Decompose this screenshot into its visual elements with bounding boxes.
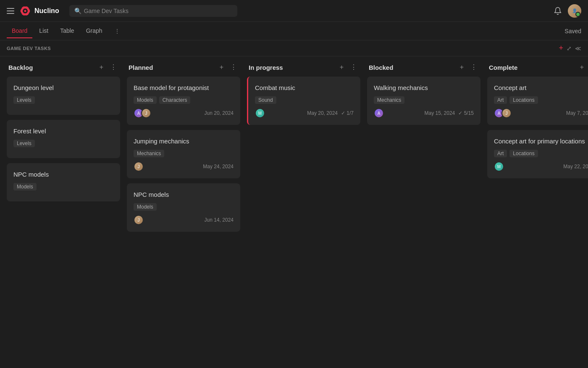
card-backlog-0[interactable]: Dungeon level Levels: [7, 77, 120, 115]
card-meta: A J May 7, 2024: [494, 108, 588, 118]
card-backlog-2[interactable]: NPC models Models: [7, 163, 120, 201]
column-title-planned: Planned: [129, 64, 218, 71]
column-header-backlog: Backlog + ⋮: [7, 63, 120, 71]
card-meta: A J Jun 20, 2024: [134, 108, 234, 118]
search-icon: 🔍: [74, 8, 81, 14]
card-avatars: A J: [134, 108, 151, 118]
card-title: Combat music: [255, 83, 354, 92]
card-tag: Models: [134, 203, 157, 211]
column-backlog: Backlog + ⋮ Dungeon level Levels Forest …: [7, 63, 120, 360]
card-planned-0[interactable]: Base model for protagonist ModelsCharact…: [127, 77, 240, 125]
card-avatar: J: [134, 161, 144, 172]
saved-indicator: Saved: [564, 28, 581, 34]
card-complete-0[interactable]: Concept art ArtLocations A J May 7, 2024: [487, 77, 588, 125]
card-checklist: ✓ 5/15: [458, 110, 474, 116]
expand-button[interactable]: ⤢: [567, 45, 572, 52]
card-title: Concept art: [494, 83, 588, 92]
card-avatar: J: [501, 108, 512, 118]
add-workspace-button[interactable]: +: [559, 44, 563, 53]
column-more-button-planned[interactable]: ⋮: [228, 63, 239, 71]
card-tag: Levels: [13, 96, 35, 104]
column-actions-complete: + ⋮: [578, 63, 588, 71]
column-header-blocked: Blocked + ⋮: [367, 63, 480, 71]
column-add-button-planned[interactable]: +: [218, 63, 225, 71]
card-tag: Mechanics: [374, 96, 404, 104]
column-more-button-in-progress[interactable]: ⋮: [349, 63, 359, 71]
card-tags: Levels: [13, 140, 113, 147]
card-backlog-1[interactable]: Forest level Levels: [7, 120, 120, 158]
search-bar[interactable]: 🔍 Game Dev Tasks: [69, 5, 237, 17]
card-meta: A May 15, 2024 ✓ 5/15: [374, 108, 474, 118]
column-title-complete: Complete: [489, 64, 578, 71]
card-meta: J May 24, 2024: [134, 161, 234, 172]
column-add-button-in-progress[interactable]: +: [338, 63, 345, 71]
card-tag: Mechanics: [134, 150, 164, 157]
card-title: Concept art for primary locations: [494, 137, 588, 146]
workspace-actions: + ⤢ ≪: [559, 44, 581, 53]
column-add-button-blocked[interactable]: +: [458, 63, 465, 71]
board-container: Backlog + ⋮ Dungeon level Levels Forest …: [0, 56, 588, 367]
card-title: Forest level: [13, 127, 113, 135]
tab-board[interactable]: Board: [7, 24, 32, 38]
workspace-title: GAME DEV TASKS: [7, 46, 51, 51]
column-header-in-progress: In progress + ⋮: [247, 63, 360, 71]
card-tag: Art: [494, 150, 507, 157]
column-planned: Planned + ⋮ Base model for protagonist M…: [127, 63, 240, 360]
card-planned-2[interactable]: NPC models Models J Jun 14, 2024: [127, 183, 240, 232]
card-title: Base model for protagonist: [134, 83, 234, 92]
column-actions-backlog: + ⋮: [98, 63, 118, 71]
svg-point-3: [24, 10, 26, 12]
search-placeholder: Game Dev Tasks: [84, 8, 129, 14]
tab-table[interactable]: Table: [55, 24, 79, 38]
card-tag: Locations: [509, 96, 538, 104]
column-more-button-backlog[interactable]: ⋮: [108, 63, 118, 71]
top-nav: Nuclino 🔍 Game Dev Tasks 👤: [0, 0, 588, 22]
card-tag: Levels: [13, 140, 35, 147]
column-title-in-progress: In progress: [249, 64, 338, 71]
card-blocked-0[interactable]: Walking mechanics Mechanics A May 15, 20…: [367, 77, 480, 125]
column-header-planned: Planned + ⋮: [127, 63, 240, 71]
card-date: May 24, 2024: [203, 164, 234, 169]
nav-right: 👤: [553, 4, 581, 18]
card-avatars: A J: [494, 108, 512, 118]
card-title: NPC models: [13, 170, 113, 179]
column-add-button-backlog[interactable]: +: [98, 63, 105, 71]
column-more-button-blocked[interactable]: ⋮: [469, 63, 479, 71]
logo-icon: [19, 5, 31, 17]
tabs-more-button[interactable]: ⋮: [111, 24, 123, 38]
logo[interactable]: Nuclino: [19, 5, 59, 17]
column-actions-blocked: + ⋮: [458, 63, 479, 71]
column-header-complete: Complete + ⋮: [487, 63, 588, 71]
card-date: May 22, 2024: [563, 164, 588, 169]
card-tags: Mechanics: [374, 96, 474, 104]
card-meta: M May 22, 2024: [494, 161, 588, 172]
card-planned-1[interactable]: Jumping mechanics Mechanics J May 24, 20…: [127, 130, 240, 178]
card-meta: M May 20, 2024 ✓ 1/7: [255, 108, 354, 118]
card-tag: Characters: [159, 96, 191, 104]
collapse-button[interactable]: ≪: [575, 45, 581, 52]
tab-graph[interactable]: Graph: [81, 24, 108, 38]
column-actions-planned: + ⋮: [218, 63, 239, 71]
menu-button[interactable]: [7, 8, 14, 14]
card-date: May 15, 2024: [425, 110, 455, 116]
card-avatars: J: [134, 215, 144, 225]
card-avatars: M: [255, 108, 265, 118]
column-actions-in-progress: + ⋮: [338, 63, 359, 71]
card-tag: Sound: [255, 96, 276, 104]
card-in-progress-0[interactable]: Combat music Sound M May 20, 2024 ✓ 1/7: [247, 77, 360, 125]
user-avatar[interactable]: 👤: [568, 4, 581, 18]
card-tags: ArtLocations: [494, 96, 588, 104]
notifications-bell[interactable]: [553, 6, 563, 16]
card-tags: Levels: [13, 96, 113, 104]
card-tags: ArtLocations: [494, 150, 588, 157]
card-avatar: M: [494, 161, 504, 172]
card-date: Jun 14, 2024: [205, 217, 234, 223]
column-add-button-complete[interactable]: +: [578, 63, 585, 71]
card-title: Walking mechanics: [374, 83, 474, 92]
logo-text: Nuclino: [34, 7, 59, 15]
card-title: Jumping mechanics: [134, 137, 234, 146]
column-title-blocked: Blocked: [369, 64, 458, 71]
tab-list[interactable]: List: [34, 24, 53, 38]
card-complete-1[interactable]: Concept art for primary locations ArtLoc…: [487, 130, 588, 178]
workspace-bar: GAME DEV TASKS + ⤢ ≪: [0, 40, 588, 56]
